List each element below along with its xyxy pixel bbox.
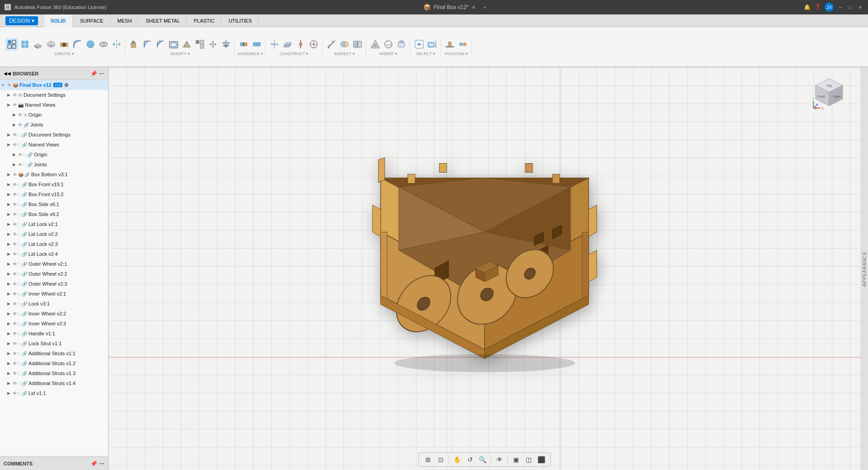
render-mode-icon[interactable]: ⬛ — [536, 454, 547, 465]
section-analysis-icon[interactable] — [351, 38, 364, 51]
tree-joints[interactable]: ▶ 👁 🔗 Joints — [0, 120, 108, 130]
zoom-icon[interactable]: 🔍 — [477, 454, 488, 465]
rigid-group-icon[interactable] — [250, 38, 263, 51]
midplane-icon[interactable] — [268, 38, 281, 51]
align-icon[interactable] — [220, 38, 232, 51]
sphere-icon[interactable] — [84, 38, 97, 51]
look-at-icon[interactable]: 👁 — [494, 454, 505, 465]
close-button[interactable]: × — [857, 4, 863, 10]
press-pull-icon[interactable] — [128, 38, 141, 51]
minimize-button[interactable]: − — [837, 4, 844, 10]
fillet2-icon[interactable] — [141, 38, 154, 51]
tree-item[interactable]: ▶👁□🔗Document Settings — [0, 130, 108, 140]
tree-item[interactable]: ▶👁□🔗Box Side v6:2 — [0, 209, 108, 219]
user-icon[interactable]: JX — [825, 3, 834, 12]
tree-item[interactable]: ▶👁□🔗Lid v1:1 — [0, 388, 108, 398]
measure-icon[interactable]: M — [325, 38, 338, 51]
axis-through-icon[interactable] — [294, 38, 307, 51]
tab-solid[interactable]: SOLID — [44, 14, 73, 27]
tree-item[interactable]: ▶👁□🔗Additional Struts v1:4 — [0, 378, 108, 388]
notification-icon[interactable]: 🔔 — [804, 4, 811, 10]
visual-style-icon[interactable]: ◫ — [524, 454, 534, 465]
tab-plastic[interactable]: PLASTIC — [188, 14, 222, 27]
zoom-extents-icon[interactable]: ⊡ — [435, 454, 446, 465]
interference-icon[interactable] — [338, 38, 351, 51]
root-arrow[interactable]: ▾ — [2, 83, 7, 87]
fit-to-window-icon[interactable]: ⊞ — [423, 454, 434, 465]
box-select-icon[interactable] — [426, 38, 439, 51]
mirror-icon[interactable] — [110, 38, 123, 51]
chamfer-icon[interactable] — [154, 38, 167, 51]
hole-icon[interactable] — [58, 38, 71, 51]
move-icon[interactable] — [207, 38, 219, 51]
tree-item[interactable]: ▶👁□🔗Box Front v15:2 — [0, 189, 108, 199]
tree-item[interactable]: ▶👁□🔗Lid Lock v2:1 — [0, 219, 108, 229]
orbit-icon[interactable]: ↺ — [465, 454, 476, 465]
decal-icon[interactable] — [395, 38, 408, 51]
right-panel[interactable]: APPEARANCE — [861, 67, 868, 470]
contact-sets-icon[interactable] — [457, 38, 469, 51]
tree-item[interactable]: ▶👁□🔗Named Views — [0, 140, 108, 150]
joint-icon[interactable] — [237, 38, 250, 51]
select-filter-icon[interactable] — [413, 38, 425, 51]
pan-icon[interactable]: ✋ — [452, 454, 463, 465]
offset-plane-icon[interactable] — [281, 38, 294, 51]
new-component-icon[interactable] — [5, 38, 18, 51]
tree-item[interactable]: ▶👁□🔗Outer Wheel v2:3 — [0, 279, 108, 289]
ground-icon[interactable] — [443, 38, 456, 51]
browser-more-icon[interactable]: ⋯ — [99, 70, 104, 77]
tree-named-views[interactable]: ▶ 👁 📷 Named Views — [0, 100, 108, 110]
fillet-icon[interactable] — [71, 38, 84, 51]
tree-item[interactable]: ▶👁□🔗Inner Wheel v2:2 — [0, 309, 108, 319]
display-settings-icon[interactable]: ▣ — [511, 454, 522, 465]
tree-item[interactable]: ▶👁□🔗Lock v3:1 — [0, 299, 108, 309]
tree-item[interactable]: ▶👁□🔗Inner Wheel v2:3 — [0, 319, 108, 329]
browser-collapse-icon[interactable]: ◀◀ — [4, 71, 11, 76]
tree-root-item[interactable]: ▾ 👁 📦 Final Box v12 v12 ⚙ — [0, 80, 108, 90]
comments-pin-icon[interactable]: 📌 — [90, 461, 97, 467]
tree-item[interactable]: ▶👁□🔗Lock Strut v1:1 — [0, 338, 108, 348]
draft-icon[interactable] — [180, 38, 193, 51]
svg-rect-0 — [8, 40, 11, 44]
tree-item[interactable]: ▶👁□🔗Additional Struts v1:2 — [0, 358, 108, 368]
insert-svg-icon[interactable]: SVG — [382, 38, 395, 51]
tree-item[interactable]: ▶👁□🔗Joints — [0, 160, 108, 169]
tree-item[interactable]: ▶👁□🔗Outer Wheel v2:1 — [0, 259, 108, 269]
close-tab-icon[interactable]: ✕ — [472, 5, 476, 10]
tree-item[interactable]: ▶👁□🔗Box Front v15:1 — [0, 179, 108, 189]
tree-item[interactable]: ▶👁□🔗Lid Lock v2:3 — [0, 239, 108, 249]
torus-icon[interactable] — [97, 38, 110, 51]
tree-item[interactable]: ▶👁□🔗Inner Wheel v2:1 — [0, 289, 108, 299]
tab-mesh[interactable]: MESH — [111, 14, 139, 27]
help-icon[interactable]: ❓ — [814, 4, 821, 10]
cube-navigation[interactable]: Top Front Right X Y Z — [811, 76, 847, 114]
tree-doc-settings[interactable]: ▶ 👁 ⚙ Document Settings — [0, 90, 108, 100]
point-at-center-icon[interactable] — [307, 38, 320, 51]
tree-origin[interactable]: ▶ 👁 ⊕ Origin — [0, 110, 108, 120]
insert-mesh-icon[interactable] — [369, 38, 382, 51]
root-settings-icon[interactable]: ⚙ — [64, 82, 69, 88]
tree-item[interactable]: ▶👁□🔗Lid Lock v2:4 — [0, 249, 108, 259]
viewport[interactable]: Top Front Right X Y Z — [108, 67, 861, 470]
tree-item[interactable]: ▶👁□🔗Additional Struts v1:1 — [0, 348, 108, 358]
design-dropdown[interactable]: DESIGN ▾ — [5, 16, 38, 25]
tree-item[interactable]: ▶👁📦🔗Box Bottom v3:1 — [0, 169, 108, 179]
tab-surface[interactable]: SURFACE — [74, 14, 110, 27]
scale-icon[interactable] — [193, 38, 206, 51]
new-body-icon[interactable] — [19, 38, 31, 51]
browser-pin-icon[interactable]: 📌 — [90, 70, 97, 77]
tab-sheet-metal[interactable]: SHEET METAL — [139, 14, 186, 27]
tab-utilities[interactable]: UTILITIES — [222, 14, 259, 27]
new-tab-icon[interactable]: ＋ — [482, 4, 487, 11]
tree-item[interactable]: ▶👁□🔗Additional Struts v1:3 — [0, 368, 108, 378]
tree-item[interactable]: ▶👁□🔗Lid Lock v2:2 — [0, 229, 108, 239]
tree-item[interactable]: ▶👁□🔗Origin — [0, 150, 108, 160]
revolve-icon[interactable] — [45, 38, 57, 51]
extrude-icon[interactable] — [32, 38, 44, 51]
comments-more-icon[interactable]: ⋯ — [99, 461, 104, 467]
maximize-button[interactable]: □ — [847, 4, 854, 10]
shell-icon[interactable] — [167, 38, 180, 51]
tree-item[interactable]: ▶👁□🔗Box Side v6:1 — [0, 199, 108, 209]
tree-item[interactable]: ▶👁□🔗Handle v1:1 — [0, 329, 108, 338]
tree-item[interactable]: ▶👁□🔗Outer Wheel v2:2 — [0, 269, 108, 279]
